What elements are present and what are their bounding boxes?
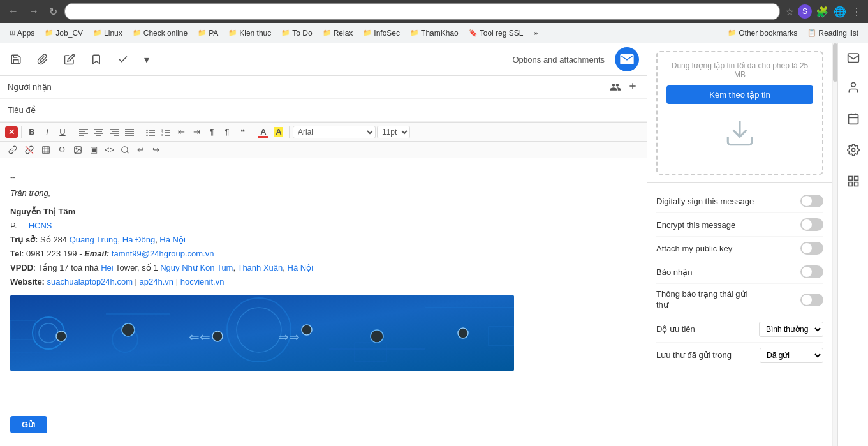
scroll-thumb[interactable]	[833, 43, 837, 82]
link-button[interactable]	[5, 144, 20, 156]
align-left-button[interactable]	[77, 126, 91, 138]
url-input[interactable]: https://mail.24hgroup.com.vn/mail/?_task…	[71, 7, 773, 16]
close-format-button[interactable]: ✕	[5, 126, 18, 138]
attach-key-row: Attach my public key	[656, 237, 823, 260]
more-actions-button[interactable]: ▾	[142, 52, 152, 67]
list-ul-button[interactable]	[143, 126, 158, 138]
align-center-button[interactable]	[92, 126, 106, 138]
email-link[interactable]: tamnt99@24hgroup.com.vn	[112, 249, 214, 258]
bookmark-check-online[interactable]: 📁 Check online	[128, 27, 192, 40]
to-input[interactable]	[55, 80, 608, 94]
font-family-select[interactable]: Arial Times New Roman Courier New	[293, 126, 376, 138]
save-sent-select[interactable]: Đã gửi Nháp	[760, 348, 823, 363]
settings-side-icon[interactable]	[844, 141, 862, 162]
thanh-xuan-link[interactable]: Thanh Xuân	[237, 263, 283, 272]
align-right-button[interactable]	[107, 126, 121, 138]
bg-color-button[interactable]: A	[272, 125, 286, 138]
back-button[interactable]: ←	[5, 4, 22, 19]
find-button[interactable]	[118, 144, 132, 156]
attach-button[interactable]	[34, 52, 51, 66]
indent-button[interactable]: ⇥	[189, 125, 203, 138]
bookmark-apps[interactable]: ⊞ Apps	[5, 27, 39, 40]
website1-link[interactable]: suachualaptop24h.com	[47, 277, 133, 286]
mail-side-icon[interactable]	[844, 50, 862, 68]
bold-button[interactable]: B	[25, 125, 39, 138]
bookmark-pa[interactable]: 📁 PA	[193, 27, 223, 40]
bookmark-toolregssl[interactable]: 🔖 Tool reg SSL	[464, 27, 528, 40]
code-button[interactable]: <>	[102, 143, 117, 156]
right-scrollbar[interactable]	[832, 43, 837, 446]
bookmark-job-cv[interactable]: 📁 Job_CV	[40, 27, 87, 40]
sig-website: Website: suachualaptop24h.com | ap24h.vn…	[10, 276, 636, 289]
media-button[interactable]: ▣	[87, 143, 101, 156]
send-button[interactable]: Gửi	[10, 416, 47, 433]
save-button[interactable]	[8, 52, 24, 66]
italic-button[interactable]: I	[40, 125, 54, 138]
add-contacts-icon[interactable]	[608, 80, 622, 95]
menu-icon[interactable]: ⋮	[850, 4, 863, 19]
read-receipt-toggle[interactable]	[800, 265, 823, 278]
bookmark-more[interactable]: »	[529, 27, 542, 40]
redo-button[interactable]: ↪	[149, 143, 163, 156]
unlink-button[interactable]	[22, 144, 37, 156]
grid-side-icon[interactable]	[844, 172, 862, 193]
hadong-link[interactable]: Hà Đông	[122, 235, 155, 244]
edit-button[interactable]	[61, 52, 78, 66]
editor-body[interactable]: -- Trân trọng, Nguyễn Thị Tâm P. HCNS Tr…	[0, 158, 647, 446]
font-size-select[interactable]: 11pt 10pt 12pt 14pt	[377, 126, 410, 138]
delivery-status-label: Thông báo trạng thái gửi thư	[656, 289, 758, 311]
rtl-button[interactable]: ¶	[205, 125, 219, 138]
subject-input[interactable]	[55, 103, 639, 117]
nguy-link[interactable]: Nguy Như Kon Tum	[160, 263, 233, 272]
attach-file-button[interactable]: Kèm theo tập tin	[666, 85, 813, 104]
extension-icon[interactable]: S	[798, 4, 812, 19]
priority-select[interactable]: Bình thường Cao Thấp	[759, 322, 823, 337]
hei-link[interactable]: Hei	[101, 263, 114, 272]
save-sent-label: Lưu thư đã gửi trong	[656, 350, 732, 360]
svg-line-37	[127, 151, 129, 153]
encrypt-toggle[interactable]	[800, 218, 823, 231]
image-button[interactable]	[70, 144, 85, 156]
star-icon[interactable]: ☆	[784, 4, 795, 19]
website2-link[interactable]: ap24h.vn	[140, 277, 174, 286]
hcns-link[interactable]: HCNS	[29, 221, 52, 230]
ha-noi-link2[interactable]: Hà Nội	[288, 263, 314, 272]
bookmark-infosec[interactable]: 📁 InfoSec	[358, 27, 404, 40]
options-attachments-label[interactable]: Options and attachments	[512, 55, 605, 64]
globe-icon[interactable]: 🌐	[832, 4, 848, 19]
bookmark-reading[interactable]: 📋 Reading list	[803, 27, 863, 40]
underline-button[interactable]: U	[55, 125, 70, 138]
add-recipient-icon[interactable]	[626, 80, 639, 95]
hanoi-link[interactable]: Hà Nội	[159, 235, 186, 244]
table-button[interactable]	[38, 144, 54, 156]
bookmark-other-label: Other bookmarks	[739, 29, 797, 38]
justify-button[interactable]	[122, 126, 136, 138]
address-link[interactable]: Quang Trung	[70, 235, 118, 244]
font-color-button[interactable]: A	[256, 125, 270, 138]
bookmark-kien-thuc[interactable]: 📁 Kien thuc	[224, 27, 276, 40]
blockquote-button[interactable]: ❝	[235, 125, 249, 138]
bookmark-thamkhao[interactable]: 📁 ThamKhao	[406, 27, 463, 40]
check-button[interactable]	[115, 52, 131, 66]
bookmark-linux[interactable]: 📁 Linux	[89, 27, 127, 40]
list-ol-button[interactable]: 1.2.3.	[159, 126, 173, 138]
attach-key-toggle[interactable]	[800, 242, 823, 255]
bookmark-relax[interactable]: 📁 Relax	[318, 27, 358, 40]
outdent-button[interactable]: ⇤	[174, 125, 188, 138]
bookmark-other[interactable]: 📁 Other bookmarks	[723, 27, 802, 40]
address-bar[interactable]: https://mail.24hgroup.com.vn/mail/?_task…	[64, 3, 780, 20]
contacts-side-icon[interactable]	[844, 78, 862, 100]
digital-sign-toggle[interactable]	[800, 195, 823, 207]
reload-button[interactable]: ↻	[46, 4, 61, 19]
svg-text:3.: 3.	[161, 133, 163, 136]
website3-link[interactable]: hocvienit.vn	[180, 277, 224, 286]
bookmark-todo[interactable]: 📁 To Do	[277, 27, 316, 40]
delivery-status-toggle[interactable]	[800, 294, 823, 306]
extensions-icon[interactable]: 🧩	[814, 4, 830, 19]
calendar-side-icon[interactable]	[844, 110, 862, 131]
special-char-button[interactable]: Ω	[55, 143, 69, 156]
forward-button[interactable]: →	[26, 4, 42, 19]
bookmark-button[interactable]	[88, 52, 105, 66]
ltr-button[interactable]: ¶	[220, 125, 234, 138]
undo-button[interactable]: ↩	[133, 143, 147, 156]
